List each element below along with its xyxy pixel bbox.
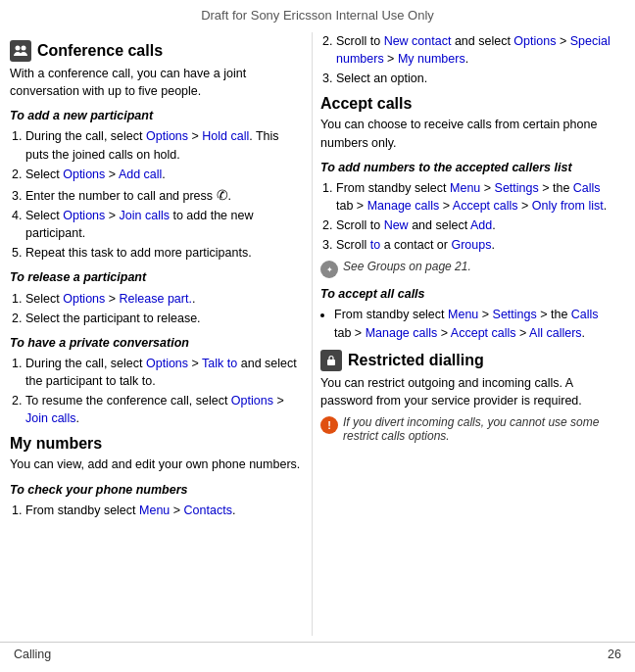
list-item: Select Options > Add call.: [25, 166, 304, 183]
my-numbers-heading: My numbers: [10, 435, 304, 453]
note-text: If you divert incoming calls, you cannot…: [343, 415, 613, 443]
header: Draft for Sony Ericsson Internal Use Onl…: [0, 0, 635, 26]
list-item: During the call, select Options > Talk t…: [25, 355, 304, 390]
list-item: Select Options > Join calls to add the n…: [25, 207, 304, 242]
footer: Calling 26: [0, 642, 635, 665]
note-box: ! If you divert incoming calls, you cann…: [320, 415, 613, 443]
list-item: Scroll to New contact and select Options…: [336, 32, 613, 68]
conference-calls-heading: Conference calls: [10, 40, 304, 62]
svg-point-0: [16, 46, 21, 51]
conference-calls-section: Conference calls With a conference call,…: [10, 40, 304, 427]
check-phone-numbers-list: From standby select Menu > Contacts.: [10, 502, 304, 519]
accept-calls-heading: Accept calls: [320, 95, 613, 113]
list-item: To resume the conference call, select Op…: [25, 392, 304, 427]
accept-callers-list: From standby select Menu > Settings > th…: [320, 179, 613, 255]
list-item: Enter the number to call and press ✆.: [25, 185, 304, 205]
list-item: From standby select Menu > Contacts.: [25, 502, 304, 519]
footer-section: Calling: [14, 648, 51, 661]
accept-all-calls-list: From standby select Menu > Settings > th…: [320, 306, 613, 341]
list-item: Repeat this task to add more participant…: [25, 244, 304, 262]
list-item: Select an option.: [336, 70, 613, 87]
list-item: Scroll to a contact or Groups.: [336, 236, 613, 254]
tip-box: See Groups on page 21.: [320, 260, 613, 278]
list-item: Scroll to New and select Add.: [336, 216, 613, 234]
my-numbers-cont-list: Scroll to New contact and select Options…: [320, 32, 613, 87]
list-item: From standby select Menu > Settings > th…: [334, 306, 613, 341]
list-item: From standby select Menu > Settings > th…: [336, 179, 613, 215]
svg-rect-2: [327, 360, 335, 365]
conference-icon: [10, 40, 31, 62]
tip-icon: [320, 261, 338, 278]
my-numbers-section: My numbers You can view, add and edit yo…: [10, 435, 304, 518]
footer-page-number: 26: [608, 648, 621, 661]
restricted-dialling-section: Restricted dialling You can restrict out…: [320, 350, 613, 443]
note-icon: !: [320, 416, 338, 434]
svg-point-1: [22, 46, 26, 51]
right-column: Scroll to New contact and select Options…: [312, 32, 613, 636]
tip-text: See Groups on page 21.: [343, 260, 471, 273]
list-item: Select the participant to release.: [25, 310, 304, 327]
accept-calls-section: Accept calls You can choose to receive c…: [320, 95, 613, 341]
restricted-dialling-heading: Restricted dialling: [320, 350, 613, 371]
add-participant-list: During the call, select Options > Hold c…: [10, 127, 304, 262]
restricted-icon: [320, 350, 342, 371]
release-participant-list: Select Options > Release part.. Select t…: [10, 290, 304, 327]
header-title: Draft for Sony Ericsson Internal Use Onl…: [0, 0, 635, 26]
list-item: During the call, select Options > Hold c…: [25, 127, 304, 163]
left-column: Conference calls With a conference call,…: [10, 32, 312, 636]
private-conversation-list: During the call, select Options > Talk t…: [10, 355, 304, 428]
list-item: Select Options > Release part..: [25, 290, 304, 308]
